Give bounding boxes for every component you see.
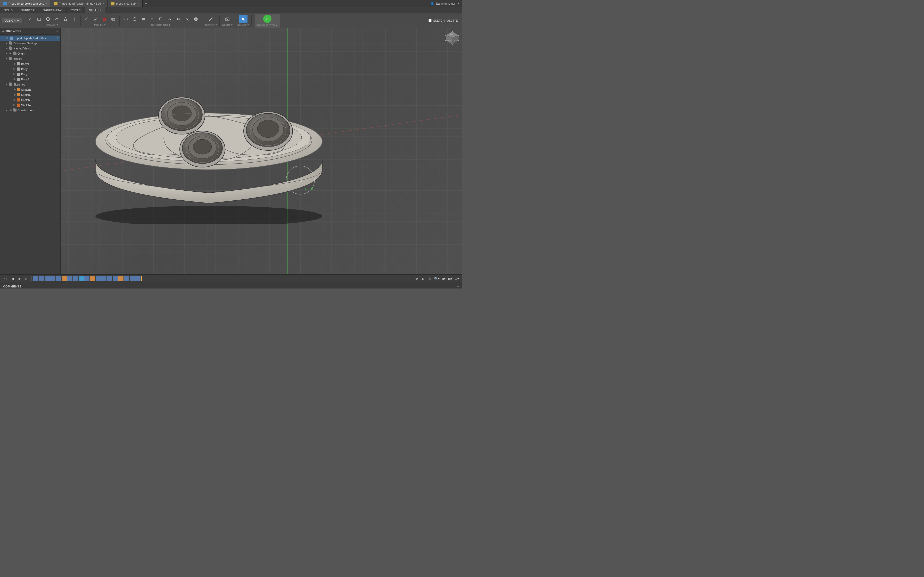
- cut-tool-button[interactable]: [100, 15, 108, 23]
- sketch-palette-checkbox[interactable]: [428, 19, 431, 22]
- parallel-constraint-button[interactable]: [148, 15, 156, 23]
- viewport[interactable]: 06.80 TOP FRONT RIGHT: [61, 28, 462, 274]
- tree-item-body4[interactable]: 👁 Body4: [0, 77, 60, 82]
- concentric-constraint-button[interactable]: [192, 15, 200, 23]
- tree-item-doc-settings[interactable]: Document Settings: [0, 41, 60, 46]
- tree-item-named-views[interactable]: Named Views: [0, 46, 60, 51]
- trim-tool-button[interactable]: [92, 15, 100, 23]
- perpendicular-constraint-button[interactable]: [157, 15, 165, 23]
- insert-image-button[interactable]: [223, 15, 231, 23]
- timeline-item[interactable]: [84, 276, 89, 281]
- tab-sketch[interactable]: SKETCH: [85, 7, 105, 13]
- timeline-item[interactable]: [130, 276, 135, 281]
- timeline-item-sketch[interactable]: [61, 276, 67, 281]
- zoom-dropdown-button[interactable]: 🔍▾: [434, 276, 440, 282]
- polygon-tool-button[interactable]: [61, 15, 69, 23]
- eye-icon-sketch2[interactable]: 👁: [12, 93, 16, 97]
- timeline-item[interactable]: [101, 276, 107, 281]
- tree-item-sketch3[interactable]: 👁 Sketch3: [0, 97, 60, 103]
- effects-dropdown-button[interactable]: ◧▾: [447, 276, 453, 282]
- playback-prev-button[interactable]: ◀: [9, 276, 16, 282]
- timeline-item[interactable]: [45, 276, 50, 281]
- timeline-item-sketch2[interactable]: [90, 276, 95, 281]
- new-tab-button[interactable]: +: [142, 1, 149, 6]
- timeline-item-sketch3[interactable]: [118, 276, 123, 281]
- tab-tools[interactable]: TOOLS: [67, 7, 85, 13]
- equal-constraint-button[interactable]: [139, 15, 147, 23]
- tree-item-sketch2[interactable]: 👁 Sketch2: [0, 92, 60, 97]
- measure-tool-button[interactable]: [207, 15, 215, 23]
- timeline-item[interactable]: [50, 276, 55, 281]
- eye-icon-origin[interactable]: 👁: [9, 52, 12, 55]
- eye-icon-sketch3[interactable]: 👁: [12, 98, 16, 102]
- tree-item-bodies[interactable]: Bodies: [0, 56, 60, 61]
- tab-solid[interactable]: SOLID: [0, 7, 17, 13]
- fillet-tool-button[interactable]: [83, 15, 91, 23]
- eye-icon-body2[interactable]: 👁: [12, 67, 16, 71]
- arc-tool-button[interactable]: [53, 15, 61, 23]
- tree-item-sketch1[interactable]: 👁 Sketch1: [0, 87, 60, 92]
- tab-surface[interactable]: SURFACE: [17, 7, 39, 13]
- tree-item-body2[interactable]: 👁 Body2: [0, 66, 60, 72]
- tab-close-hinge[interactable]: ✕: [102, 2, 104, 5]
- rectangle-tool-button[interactable]: [35, 15, 43, 23]
- timeline-marker[interactable]: [141, 276, 142, 281]
- vertical-constraint-button[interactable]: [131, 15, 139, 23]
- display-dropdown-button[interactable]: ⊞▾: [440, 276, 446, 282]
- eye-icon-body1[interactable]: 👁: [12, 62, 16, 66]
- offset-tool-button[interactable]: [109, 15, 117, 23]
- tree-item-origin[interactable]: 👁 Origin: [0, 51, 60, 56]
- tab-tripod-hyperboloid[interactable]: Tripod Hyperboloid with sc... ✕: [0, 0, 51, 7]
- tab-tripod-mount[interactable]: tripod mount v9 ✕: [108, 0, 142, 7]
- tree-item-construction[interactable]: 👁 Construction: [0, 108, 60, 113]
- playback-first-button[interactable]: ⏮: [2, 276, 8, 282]
- eye-icon-sketch7[interactable]: 👁: [12, 103, 16, 107]
- timeline-item[interactable]: [124, 276, 129, 281]
- tab-sheet-metal[interactable]: SHEET METAL: [39, 7, 67, 13]
- tab-close-hyperboloid[interactable]: ✕: [45, 2, 47, 5]
- tree-item-body1[interactable]: 👁 Body1: [0, 61, 60, 66]
- timeline-item[interactable]: [96, 276, 101, 281]
- orbit-button[interactable]: ↻: [427, 276, 433, 282]
- settings-icon-root[interactable]: ⚙: [56, 36, 59, 40]
- tree-item-root[interactable]: 👁 Tripod Hyperboloid with su... ⚙: [0, 35, 60, 41]
- comments-expand-button[interactable]: +: [457, 285, 459, 288]
- tab-tension-hinge[interactable]: Tripod Head Tension Hinge v2 v5 ✕: [51, 0, 108, 7]
- timeline-item[interactable]: [39, 276, 44, 281]
- eye-icon-construction[interactable]: 👁: [9, 108, 12, 112]
- sidebar-expand-button[interactable]: +: [56, 29, 58, 33]
- finish-sketch-button[interactable]: ✓ FINISH SKETCH ▼: [255, 14, 280, 27]
- select-tool-button[interactable]: [239, 15, 247, 23]
- timeline-item-active[interactable]: [79, 276, 84, 281]
- tab-close-mount[interactable]: ✕: [137, 2, 139, 5]
- timeline-item[interactable]: [56, 276, 61, 281]
- tangent-constraint-button[interactable]: [165, 15, 174, 23]
- tree-item-sketch7[interactable]: 👁 Sketch7: [0, 103, 60, 108]
- eye-icon-body3[interactable]: 👁: [12, 73, 16, 76]
- playback-play-button[interactable]: ▶: [16, 276, 23, 282]
- timeline-item[interactable]: [67, 276, 73, 281]
- eye-icon-sketch1[interactable]: 👁: [12, 88, 16, 92]
- help-icon[interactable]: ?: [457, 2, 459, 5]
- coincident-constraint-button[interactable]: [174, 15, 183, 23]
- eye-icon-root[interactable]: 👁: [5, 36, 9, 40]
- design-dropdown-button[interactable]: DESIGN ▼: [2, 18, 22, 23]
- horizontal-constraint-button[interactable]: [122, 15, 130, 23]
- timeline-item[interactable]: [107, 276, 112, 281]
- timeline-item[interactable]: [33, 276, 39, 281]
- grid-dropdown-button[interactable]: ⊟▾: [454, 276, 460, 282]
- tree-item-sketches[interactable]: Sketches: [0, 82, 60, 87]
- sidebar-collapse-icon[interactable]: ◀: [2, 29, 4, 33]
- midpoint-constraint-button[interactable]: [183, 15, 191, 23]
- circle-tool-button[interactable]: [44, 15, 52, 23]
- eye-icon-body4[interactable]: 👁: [12, 77, 16, 81]
- timeline-item[interactable]: [135, 276, 141, 281]
- playback-end-button[interactable]: ⏭: [24, 276, 30, 282]
- tree-item-body3[interactable]: 👁 Body3: [0, 72, 60, 77]
- nav-cube[interactable]: TOP FRONT RIGHT: [444, 30, 460, 45]
- timeline-item[interactable]: [73, 276, 78, 281]
- line-tool-button[interactable]: [26, 15, 34, 23]
- home-view-button[interactable]: ⊕: [414, 276, 420, 282]
- fit-view-button[interactable]: ⊡: [420, 276, 426, 282]
- timeline-item[interactable]: [113, 276, 118, 281]
